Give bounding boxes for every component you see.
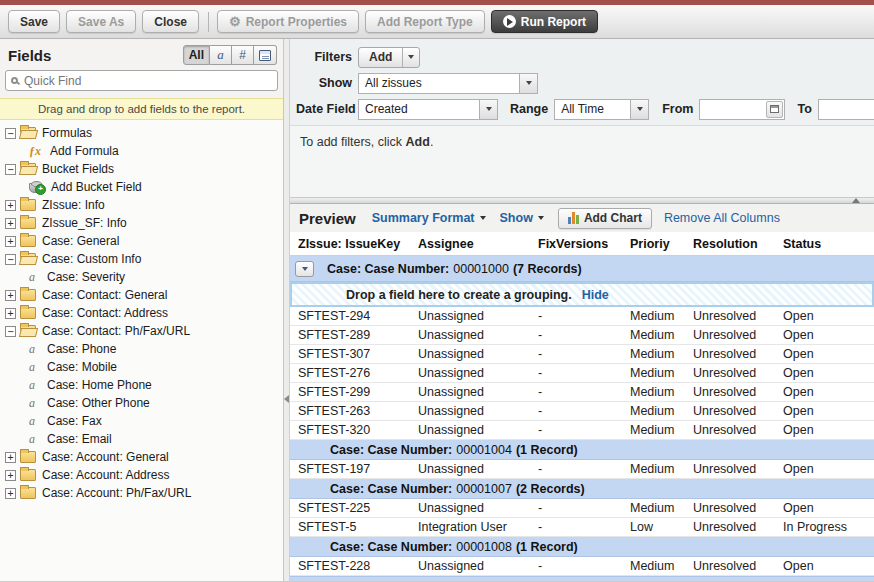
column-header[interactable]: ZIssue: IssueKey	[290, 237, 410, 251]
filter-number-button[interactable]: #	[232, 45, 254, 65]
table-row[interactable]: SFTEST-276Unassigned-MediumUnresolvedOpe…	[290, 364, 874, 383]
table-row[interactable]: SFTEST-320Unassigned-MediumUnresolvedOpe…	[290, 421, 874, 440]
table-cell: Unassigned	[410, 559, 530, 573]
range-select[interactable]: All Time	[554, 99, 649, 120]
table-row[interactable]: SFTEST-197Unassigned-MediumUnresolvedOpe…	[290, 460, 874, 479]
add-report-type-button[interactable]: Add Report Type	[365, 10, 485, 33]
column-header[interactable]: Assignee	[410, 237, 530, 251]
table-row[interactable]: SFTEST-263Unassigned-MediumUnresolvedOpe…	[290, 402, 874, 421]
calendar-icon	[259, 50, 271, 61]
column-header[interactable]: Prioriy	[622, 237, 685, 251]
table-row[interactable]: SFTEST-5Integration User-LowUnresolvedIn…	[290, 518, 874, 537]
summary-format-menu[interactable]: Summary Format	[372, 211, 486, 225]
table-row[interactable]: SFTEST-294Unassigned-MediumUnresolvedOpe…	[290, 307, 874, 326]
field-tree-item[interactable]: +ZIssue_SF: Info	[0, 214, 283, 232]
field-tree-item[interactable]: aCase: Mobile	[0, 358, 283, 376]
add-filter-button[interactable]: Add	[358, 47, 420, 68]
expand-icon[interactable]: +	[5, 452, 16, 463]
collapse-icon[interactable]: −	[5, 128, 16, 139]
horizontal-splitter[interactable]	[290, 197, 874, 204]
collapse-icon[interactable]: −	[5, 254, 16, 265]
close-button[interactable]: Close	[142, 10, 199, 33]
to-label: To	[797, 102, 811, 116]
quick-find-input[interactable]	[24, 74, 272, 88]
column-header[interactable]: Resolution	[685, 237, 775, 251]
field-tree-item[interactable]: −Case: Contact: Ph/Fax/URL	[0, 322, 283, 340]
expand-icon[interactable]: +	[5, 488, 16, 499]
table-cell: -	[530, 501, 622, 515]
group-header-text: Case: Case Number:00001004(1 Record)	[330, 443, 578, 457]
to-date-input[interactable]	[819, 102, 874, 116]
save-button[interactable]: Save	[8, 10, 60, 33]
field-tree-item[interactable]: aCase: Other Phone	[0, 394, 283, 412]
column-header[interactable]: Status	[775, 237, 874, 251]
drag-drop-hint: Drag and drop to add fields to the repor…	[0, 98, 283, 120]
run-report-button[interactable]: Run Report	[491, 10, 598, 33]
field-tree-label: Case: General	[42, 234, 119, 248]
folder-icon	[20, 289, 36, 301]
summary-format-label: Summary Format	[372, 211, 475, 225]
field-tree-item[interactable]: +Case: Contact: Address	[0, 304, 283, 322]
filters-pane: Filters Add Show All zissues	[290, 39, 874, 197]
field-tree-item[interactable]: aCase: Fax	[0, 412, 283, 430]
vertical-splitter[interactable]	[284, 39, 290, 582]
report-properties-button[interactable]: ⚙ Report Properties	[217, 10, 359, 33]
filter-date-button[interactable]	[254, 45, 277, 65]
field-tree-item[interactable]: +Case: Account: Ph/Fax/URL	[0, 484, 283, 502]
field-tree-label: Case: Contact: General	[42, 288, 167, 302]
collapse-icon[interactable]: −	[5, 164, 16, 175]
add-chart-button[interactable]: Add Chart	[558, 208, 652, 229]
expand-icon[interactable]: +	[5, 200, 16, 211]
expand-icon[interactable]: +	[5, 290, 16, 301]
remove-all-columns-link[interactable]: Remove All Columns	[664, 211, 780, 225]
expand-icon[interactable]: +	[5, 308, 16, 319]
field-tree-item[interactable]: −Bucket Fields	[0, 160, 283, 178]
field-tree-item[interactable]: −Case: Custom Info	[0, 250, 283, 268]
field-tree-item[interactable]: −Formulas	[0, 124, 283, 142]
filter-all-button[interactable]: All	[183, 45, 210, 65]
field-tree-item[interactable]: +Case: Contact: General	[0, 286, 283, 304]
show-menu[interactable]: Show	[500, 211, 544, 225]
table-cell: Unassigned	[410, 309, 530, 323]
table-row[interactable]: SFTEST-289Unassigned-MediumUnresolvedOpe…	[290, 326, 874, 345]
field-tree-label: Add Bucket Field	[51, 180, 142, 194]
toolbar: Save Save As Close ⚙ Report Properties A…	[0, 5, 874, 39]
hide-link[interactable]: Hide	[582, 288, 609, 302]
next-group-header-partial	[290, 576, 874, 581]
field-tree-item[interactable]: +ZIssue: Info	[0, 196, 283, 214]
from-calendar-button[interactable]	[766, 101, 783, 118]
save-as-button[interactable]: Save As	[66, 10, 136, 33]
folder-icon	[20, 217, 36, 229]
show-select[interactable]: All zissues	[358, 73, 538, 94]
field-tree-item[interactable]: ƒxAdd Formula	[0, 142, 283, 160]
table-row[interactable]: SFTEST-228Unassigned-MediumUnresolvedOpe…	[290, 557, 874, 576]
field-tree-item[interactable]: Add Bucket Field	[0, 178, 283, 196]
field-tree-item[interactable]: aCase: Home Phone	[0, 376, 283, 394]
collapse-icon[interactable]: −	[5, 326, 16, 337]
table-row[interactable]: SFTEST-225Unassigned-MediumUnresolvedOpe…	[290, 499, 874, 518]
field-tree-item[interactable]: +Case: Account: General	[0, 448, 283, 466]
table-row[interactable]: SFTEST-299Unassigned-MediumUnresolvedOpe…	[290, 383, 874, 402]
field-tree-item[interactable]: +Case: General	[0, 232, 283, 250]
expand-icon[interactable]: +	[5, 236, 16, 247]
from-date-input[interactable]	[700, 102, 766, 116]
grouping-dropzone[interactable]: Drop a field here to create a grouping.H…	[290, 282, 874, 307]
play-icon	[503, 15, 516, 28]
table-body: Case: Case Number:00001000(7 Records)Dro…	[290, 256, 874, 582]
field-tree-item[interactable]: aCase: Severity	[0, 268, 283, 286]
table-row[interactable]: SFTEST-307Unassigned-MediumUnresolvedOpe…	[290, 345, 874, 364]
filter-text-button[interactable]: a	[210, 45, 232, 65]
date-field-select[interactable]: Created	[358, 99, 498, 120]
expand-icon[interactable]: +	[5, 470, 16, 481]
field-tree-label: Bucket Fields	[42, 162, 114, 176]
field-tree-item[interactable]: aCase: Email	[0, 430, 283, 448]
field-tree-item[interactable]: aCase: Phone	[0, 340, 283, 358]
field-tree-label: Case: Account: General	[42, 450, 169, 464]
group-menu-button[interactable]	[295, 261, 314, 277]
expand-icon[interactable]: +	[5, 218, 16, 229]
date-field-select-value: Created	[359, 102, 479, 116]
table-cell: Medium	[622, 404, 685, 418]
column-header[interactable]: FixVersions	[530, 237, 622, 251]
date-field-label: Date Field	[296, 102, 352, 116]
field-tree-item[interactable]: +Case: Account: Address	[0, 466, 283, 484]
